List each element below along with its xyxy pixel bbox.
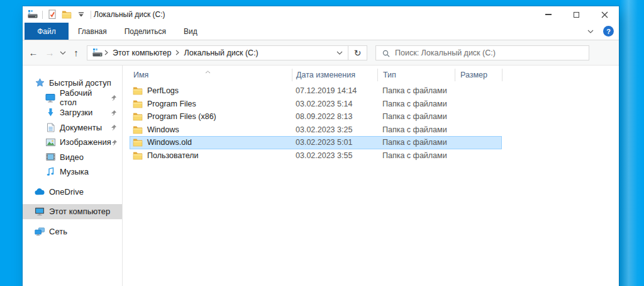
sidebar-item[interactable]: Этот компьютер [23,204,122,219]
file-type-cell: Папка с файлами [377,100,455,108]
file-row[interactable]: Windows03.02.2023 3:25Папка с файлами [130,123,502,137]
sidebar-item[interactable]: Изображения [23,135,122,150]
up-button[interactable]: ↑ [68,45,84,61]
file-name: Program Files [147,100,196,108]
breadcrumb-items: Этот компьютерЛокальный диск (C:) [103,49,261,57]
ribbon-tab-bar: ФайлГлавнаяПоделитьсяВид ? [23,23,619,40]
address-dropdown-button[interactable] [331,46,348,60]
sidebar-item[interactable]: Видео [23,150,122,165]
desktop-icon [45,93,55,103]
file-list-pane: ИмяДата измененияТипРазмер PerfLogs07.12… [123,66,619,286]
file-type-cell: Папка с файлами [377,138,455,147]
file-row[interactable]: Program Files (x86)08.09.2022 8:13Папка … [130,110,502,123]
chevron-right-icon [174,50,181,55]
search-input[interactable] [376,46,589,60]
sidebar-item-label: OneDrive [49,187,84,197]
ribbon-tab-file[interactable]: Файл [25,23,69,40]
window-controls [534,6,619,23]
pin-icon [111,124,117,130]
ribbon-right-controls: ? [586,23,619,40]
folder-icon [133,86,143,95]
column-header-size[interactable]: Размер [455,69,502,81]
breadcrumb: Этот компьютерЛокальный диск (C:) [87,48,331,58]
file-name: Windows [147,125,179,134]
minimize-button[interactable] [534,6,562,23]
refresh-icon: ↻ [354,48,362,58]
titlebar-separator [91,11,91,19]
maximize-button[interactable] [562,6,591,23]
file-type-cell: Папка с файлами [377,112,455,121]
recent-locations-button[interactable] [58,45,68,61]
forward-button[interactable]: → [42,45,58,61]
close-icon [600,9,610,20]
chevron-down-icon [58,48,68,58]
folder-icon[interactable] [62,9,72,20]
qat-dropdown-icon[interactable] [76,9,86,20]
column-header-modified[interactable]: Дата изменения [292,69,378,81]
column-header-type[interactable]: Тип [378,69,455,81]
search-box [375,45,589,60]
file-name: Пользователи [147,151,199,160]
sidebar-item-label: Быстрый доступ [49,78,111,88]
maximize-icon [574,12,579,18]
file-name: PerfLogs [147,86,179,95]
file-row[interactable]: Program Files03.02.2023 5:14Папка с файл… [130,98,502,111]
file-name-cell: PerfLogs [130,86,292,95]
sidebar-item[interactable]: OneDrive [23,185,122,200]
file-name-cell: Пользователи [130,151,292,160]
sidebar-item[interactable]: Сеть [23,224,122,239]
pin-icon [111,94,117,101]
drive-icon [28,9,38,20]
star-icon [35,78,45,88]
pin-icon [111,139,118,146]
column-headers: ИмяДата измененияТипРазмер [123,66,619,84]
sidebar-item-label: Загрузки [60,108,92,117]
desktop: { "colors": { "desktop": "#00a2ef", "act… [0,0,644,286]
window-title: Локальный диск (C:) [94,10,165,19]
file-name: Windows.old [147,138,192,147]
file-name: Program Files (x86) [147,112,216,121]
video-icon [45,152,55,162]
back-button[interactable]: ← [25,45,42,61]
search-icon [382,49,391,58]
chevron-down-icon[interactable] [586,26,596,37]
file-name-cell: Windows [130,125,292,134]
address-bar[interactable]: Этот компьютерЛокальный диск (C:) ↻ [87,45,367,60]
sidebar-item-label: Сеть [49,227,67,236]
folder-icon [133,112,143,121]
file-row[interactable]: PerfLogs07.12.2019 14:14Папка с файлами [130,84,502,98]
documents-icon [45,122,55,132]
ribbon-tab-3[interactable]: Вид [175,23,206,40]
file-type-cell: Папка с файлами [377,151,455,160]
chevron-right-icon [103,50,110,55]
check-document-icon[interactable] [47,9,57,20]
quick-access-toolbar [23,9,91,20]
breadcrumb-item[interactable]: Локальный диск (C:) [181,49,260,57]
file-modified-cell: 07.12.2019 14:14 [292,86,377,95]
folder-icon [133,125,143,134]
close-button[interactable] [591,6,619,23]
ribbon-tab-1[interactable]: Главная [70,23,115,40]
file-row[interactable]: Пользователи03.02.2023 3:55Папка с файла… [130,149,502,163]
sidebar-item-label: Документы [60,123,102,132]
drive-icon [92,48,103,58]
sidebar-item[interactable]: Музыка [23,164,122,180]
sidebar-item[interactable]: Загрузки [23,105,122,120]
file-modified-cell: 03.02.2023 5:14 [292,100,377,108]
arrow-up-icon: ↑ [74,47,79,58]
folder-icon [133,100,143,108]
breadcrumb-item[interactable]: Этот компьютер [110,49,174,57]
file-row[interactable]: Windows.old03.02.2023 5:01Папка с файлам… [130,136,502,149]
explorer-window: Локальный диск (C:) ФайлГлавнаяПоделитьс… [23,6,619,286]
file-modified-cell: 03.02.2023 5:01 [292,138,377,147]
this-pc-icon [35,207,45,217]
refresh-button[interactable]: ↻ [348,46,367,60]
sidebar-item[interactable]: Документы [23,120,122,135]
help-icon[interactable]: ? [603,26,614,37]
ribbon-tab-2[interactable]: Поделиться [116,23,174,40]
folder-icon [133,138,143,147]
sidebar-item[interactable]: Рабочий стол [23,91,122,106]
sidebar-item-label: Видео [60,152,84,162]
folder-icon [133,151,143,160]
minimize-icon [545,14,552,14]
